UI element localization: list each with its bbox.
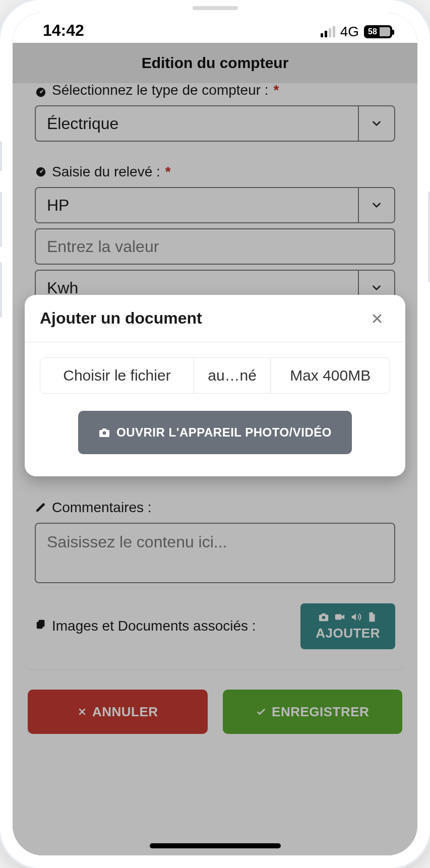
file-icon bbox=[366, 611, 378, 623]
open-camera-label: OUVRIR L'APPAREIL PHOTO/VIDÉO bbox=[116, 425, 332, 440]
file-input-row: Choisir le fichier au…né Max 400MB bbox=[40, 357, 390, 394]
save-button-label: ENREGISTRER bbox=[272, 704, 369, 720]
copy-icon bbox=[35, 618, 47, 630]
side-button-vol-down bbox=[0, 262, 2, 318]
modal-header: Ajouter un document bbox=[25, 295, 405, 342]
svg-point-8 bbox=[103, 431, 106, 435]
field-label-images: Images et Documents associés : bbox=[35, 615, 290, 638]
sound-icon bbox=[350, 611, 361, 623]
reading-select-value: HP bbox=[47, 196, 69, 215]
file-name-text: au…né bbox=[208, 367, 257, 384]
open-camera-button[interactable]: OUVRIR L'APPAREIL PHOTO/VIDÉO bbox=[78, 411, 351, 454]
status-right: 4G 58 bbox=[321, 24, 392, 40]
modal-body: Choisir le fichier au…né Max 400MB OUVRI… bbox=[25, 342, 405, 476]
signal-icon bbox=[321, 26, 335, 37]
media-icons-row bbox=[318, 611, 378, 623]
add-document-modal: Ajouter un document Choisir le fichier a… bbox=[25, 295, 405, 476]
value-input-placeholder: Entrez la valeur bbox=[47, 237, 159, 256]
side-button-power bbox=[428, 192, 430, 282]
gauge-icon bbox=[35, 86, 47, 98]
field-label-comments-text: Commentaires : bbox=[52, 500, 152, 516]
comments-textarea[interactable]: Saisissez le contenu ici... bbox=[35, 523, 395, 583]
svg-point-1 bbox=[40, 91, 42, 93]
field-label-comments: Commentaires : bbox=[35, 498, 395, 516]
camera-icon bbox=[98, 426, 110, 439]
comments-placeholder: Saisissez le contenu ici... bbox=[47, 533, 227, 551]
close-icon bbox=[77, 707, 87, 717]
required-mark: * bbox=[165, 164, 171, 180]
choose-file-button[interactable]: Choisir le fichier bbox=[40, 358, 194, 393]
choose-file-label: Choisir le fichier bbox=[63, 367, 170, 384]
battery-icon: 58 bbox=[364, 25, 392, 38]
add-media-button-label: AJOUTER bbox=[316, 626, 380, 641]
network-label: 4G bbox=[340, 24, 359, 40]
video-icon bbox=[334, 611, 345, 623]
add-media-button[interactable]: AJOUTER bbox=[300, 603, 395, 649]
type-select-value: Électrique bbox=[47, 114, 118, 133]
page-title: Edition du compteur bbox=[13, 43, 417, 83]
side-button-mute bbox=[0, 141, 2, 171]
modal-close-button[interactable] bbox=[370, 312, 390, 326]
phone-frame: 14:42 4G 58 Edition du compteur bbox=[0, 0, 430, 868]
value-input[interactable]: Entrez la valeur bbox=[35, 228, 395, 265]
status-time: 14:42 bbox=[43, 21, 84, 40]
chevron-down-icon bbox=[358, 188, 394, 222]
check-icon bbox=[256, 706, 267, 717]
file-max-size: Max 400MB bbox=[271, 358, 390, 393]
camera-icon bbox=[318, 611, 329, 623]
field-label-type: Sélectionnez le type de compteur : * bbox=[35, 83, 395, 98]
status-bar: 14:42 4G 58 bbox=[13, 13, 417, 43]
required-mark: * bbox=[274, 83, 279, 98]
images-label-text: Images et Documents associés : bbox=[52, 615, 256, 638]
screen: 14:42 4G 58 Edition du compteur bbox=[13, 13, 417, 855]
file-name-display: au…né bbox=[194, 358, 271, 393]
svg-point-3 bbox=[40, 171, 42, 173]
cancel-button-label: ANNULER bbox=[92, 704, 158, 720]
field-label-reading-text: Saisie du relevé : bbox=[52, 164, 160, 180]
reading-select[interactable]: HP bbox=[35, 187, 395, 223]
chevron-down-icon bbox=[358, 106, 394, 141]
save-button[interactable]: ENREGISTRER bbox=[223, 690, 403, 734]
field-label-reading: Saisie du relevé : * bbox=[35, 162, 395, 180]
svg-rect-7 bbox=[335, 614, 342, 620]
pencil-icon bbox=[35, 502, 47, 514]
modal-title: Ajouter un document bbox=[40, 309, 202, 328]
home-indicator[interactable] bbox=[150, 843, 281, 848]
speaker-notch bbox=[193, 6, 238, 10]
battery-text: 58 bbox=[365, 27, 377, 36]
file-max-size-text: Max 400MB bbox=[290, 367, 371, 384]
cancel-button[interactable]: ANNULER bbox=[28, 690, 208, 734]
field-label-type-text: Sélectionnez le type de compteur : bbox=[52, 83, 269, 98]
svg-rect-5 bbox=[37, 622, 43, 629]
type-select[interactable]: Électrique bbox=[35, 105, 395, 142]
unit-select-value: Kwh bbox=[47, 279, 78, 297]
gauge-icon bbox=[35, 166, 47, 178]
images-docs-row: Images et Documents associés : AJOUTER bbox=[35, 603, 395, 649]
side-button-vol-up bbox=[0, 192, 2, 247]
svg-point-6 bbox=[322, 616, 325, 619]
footer-buttons: ANNULER ENREGISTRER bbox=[13, 669, 417, 734]
